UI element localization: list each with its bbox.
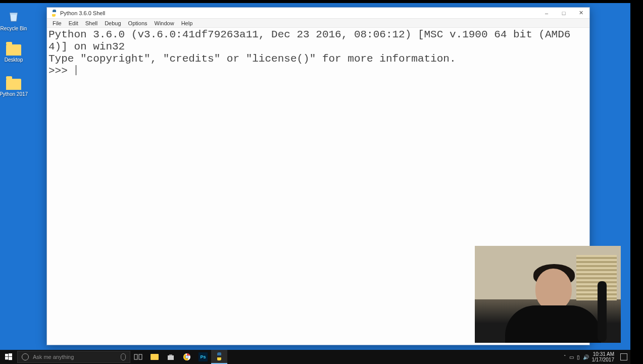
shell-banner-line2: Type "copyright", "credits" or "license(…: [48, 53, 456, 65]
taskbar-app-chrome[interactable]: [179, 350, 195, 364]
cortana-icon: [22, 353, 29, 360]
svg-rect-2: [5, 357, 8, 359]
svg-rect-0: [5, 354, 8, 356]
menubar: File Edit Shell Debug Options Window Hel…: [47, 19, 589, 28]
store-icon: [166, 352, 175, 361]
taskbar: Ask me anything Ps ˄ ▭ ▯ 🔊 10:31 AM 1/17…: [0, 350, 630, 364]
photoshop-icon: Ps: [199, 352, 208, 361]
taskbar-clock[interactable]: 10:31 AM 1/17/2017: [592, 351, 615, 362]
start-button[interactable]: [0, 350, 17, 364]
python-icon: [50, 9, 58, 17]
folder-icon: [151, 354, 159, 360]
close-button[interactable]: ✕: [572, 8, 589, 19]
clock-time: 10:31 AM: [592, 351, 615, 357]
menu-debug[interactable]: Debug: [101, 20, 124, 27]
titlebar[interactable]: Python 3.6.0 Shell – □ ✕: [47, 8, 589, 19]
shell-prompt: >>>: [48, 65, 74, 77]
menu-options[interactable]: Options: [125, 20, 151, 27]
menu-shell[interactable]: Shell: [82, 20, 101, 27]
maximize-button[interactable]: □: [555, 8, 572, 19]
svg-point-8: [186, 356, 188, 358]
tray-network-icon[interactable]: ▯: [577, 354, 580, 360]
desktop-icon-recycle-bin[interactable]: Recycle Bin: [0, 7, 31, 31]
recycle-bin-icon: [5, 7, 22, 24]
webcam-overlay: [475, 246, 621, 343]
svg-rect-5: [139, 354, 142, 359]
action-center-icon[interactable]: [620, 353, 627, 360]
svg-rect-1: [9, 353, 12, 356]
menu-help[interactable]: Help: [178, 20, 196, 27]
taskbar-app-photoshop[interactable]: Ps: [195, 350, 211, 364]
windows-icon: [5, 353, 12, 360]
clock-date: 1/17/2017: [592, 357, 615, 362]
folder-icon: [6, 79, 21, 90]
desktop-icon-label: Python 2017: [0, 91, 31, 97]
desktop-icon-label: Recycle Bin: [0, 26, 31, 31]
menu-window[interactable]: Window: [151, 20, 178, 27]
window-title: Python 3.6.0 Shell: [60, 10, 105, 16]
desktop-icon-python2017-folder[interactable]: Python 2017: [0, 76, 31, 97]
chrome-icon: [182, 352, 191, 361]
svg-rect-4: [134, 354, 137, 359]
python-icon: [215, 352, 224, 361]
desktop-icon-desktop-folder[interactable]: Desktop: [0, 41, 31, 63]
system-tray: ˄ ▭ ▯ 🔊 10:31 AM 1/17/2017: [564, 351, 631, 362]
shell-banner-line1: Python 3.6.0 (v3.6.0:41df79263a11, Dec 2…: [48, 29, 570, 53]
menu-file[interactable]: File: [49, 20, 65, 27]
text-cursor: [76, 65, 76, 75]
shell-text-area[interactable]: Python 3.6.0 (v3.6.0:41df79263a11, Dec 2…: [47, 28, 589, 78]
folder-icon: [6, 44, 21, 56]
task-view-button[interactable]: [130, 350, 146, 364]
menu-edit[interactable]: Edit: [65, 20, 82, 27]
taskbar-app-python-idle[interactable]: [211, 350, 227, 364]
taskbar-app-store[interactable]: [163, 350, 179, 364]
tray-overflow-icon[interactable]: ˄: [564, 354, 566, 359]
microphone-icon[interactable]: [121, 353, 126, 360]
cortana-search-box[interactable]: Ask me anything: [17, 351, 130, 363]
minimize-button[interactable]: –: [538, 8, 555, 19]
task-view-icon: [134, 352, 143, 361]
tray-battery-icon[interactable]: ▭: [569, 354, 574, 360]
svg-rect-3: [9, 357, 12, 360]
tray-volume-icon[interactable]: 🔊: [583, 354, 589, 360]
taskbar-app-file-explorer[interactable]: [146, 350, 163, 364]
search-placeholder: Ask me anything: [33, 354, 121, 360]
desktop-icon-label: Desktop: [0, 57, 31, 63]
